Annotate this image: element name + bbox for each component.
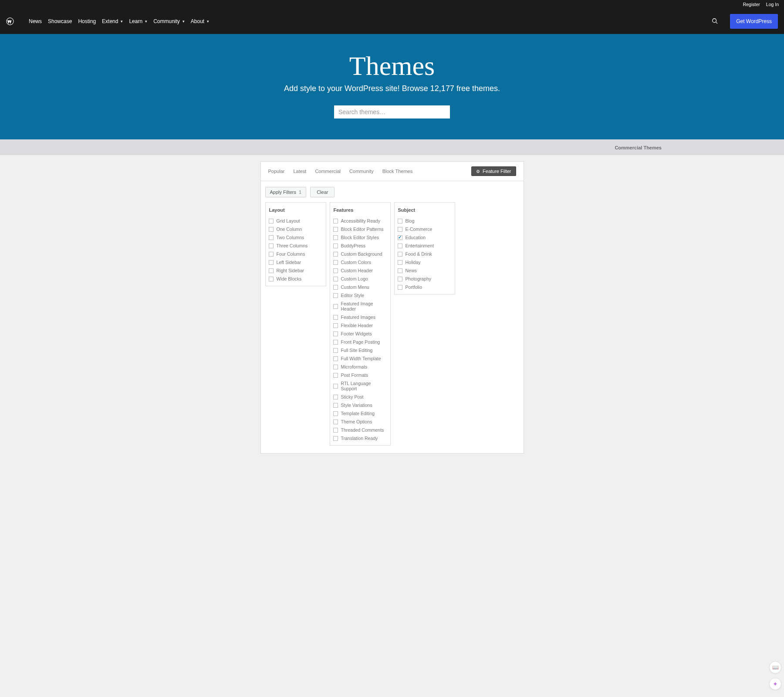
filter-label[interactable]: Block Editor Patterns	[341, 227, 384, 232]
feature-filter-button[interactable]: ⚙ Feature Filter	[471, 166, 516, 176]
filter-item[interactable]: Accessibility Ready	[333, 218, 387, 223]
filter-label[interactable]: Translation Ready	[341, 436, 378, 441]
checkbox[interactable]	[333, 315, 338, 320]
filter-label[interactable]: Editor Style	[341, 293, 365, 298]
tab-commercial[interactable]: Commercial	[315, 169, 341, 174]
checkbox[interactable]	[333, 219, 338, 223]
filter-label[interactable]: Accessibility Ready	[341, 218, 380, 223]
filter-label[interactable]: Custom Header	[341, 268, 373, 273]
checkbox[interactable]	[333, 365, 338, 369]
filter-item[interactable]: Footer Widgets	[333, 331, 387, 336]
filter-label[interactable]: Custom Menu	[341, 284, 369, 290]
filter-item[interactable]: Entertainment	[398, 243, 452, 248]
tab-popular[interactable]: Popular	[268, 169, 285, 174]
checkbox[interactable]	[398, 235, 402, 240]
filter-label[interactable]: Threaded Comments	[341, 427, 384, 433]
filter-label[interactable]: Custom Logo	[341, 276, 368, 281]
filter-item[interactable]: Food & Drink	[398, 251, 452, 257]
filter-item[interactable]: Microformats	[333, 364, 387, 369]
filter-label[interactable]: BuddyPress	[341, 243, 366, 248]
checkbox[interactable]	[269, 268, 274, 273]
checkbox[interactable]	[333, 384, 338, 389]
filter-item[interactable]: Flexible Header	[333, 323, 387, 328]
filter-label[interactable]: Holiday	[406, 260, 421, 265]
filter-item[interactable]: Full Width Template	[333, 356, 387, 361]
clear-button[interactable]: Clear	[310, 187, 335, 197]
filter-label[interactable]: Post Formats	[341, 372, 368, 378]
checkbox[interactable]	[333, 428, 338, 433]
filter-label[interactable]: Full Site Editing	[341, 348, 373, 353]
apply-filters-button[interactable]: Apply Filters 1	[265, 187, 307, 197]
filter-item[interactable]: Block Editor Styles	[333, 235, 387, 240]
filter-label[interactable]: Two Columns	[277, 235, 304, 240]
tab-block-themes[interactable]: Block Themes	[382, 169, 413, 174]
checkbox[interactable]	[333, 227, 338, 232]
filter-item[interactable]: BuddyPress	[333, 243, 387, 248]
filter-item[interactable]: Left Sidebar	[269, 260, 323, 265]
filter-item[interactable]: Template Editing	[333, 411, 387, 416]
filter-item[interactable]: News	[398, 268, 452, 273]
filter-label[interactable]: Grid Layout	[277, 218, 300, 223]
wordpress-logo-icon[interactable]	[6, 17, 14, 25]
filter-label[interactable]: Education	[406, 235, 426, 240]
filter-item[interactable]: Featured Image Header	[333, 301, 387, 311]
checkbox[interactable]	[269, 235, 274, 240]
filter-label[interactable]: Right Sidebar	[277, 268, 304, 273]
checkbox[interactable]	[398, 244, 402, 248]
checkbox[interactable]	[333, 348, 338, 353]
checkbox[interactable]	[333, 395, 338, 399]
checkbox[interactable]	[333, 373, 338, 378]
filter-label[interactable]: Style Variations	[341, 403, 372, 408]
filter-label[interactable]: Featured Images	[341, 315, 375, 320]
nav-about[interactable]: About▾	[191, 18, 209, 24]
filter-label[interactable]: Portfolio	[406, 284, 422, 290]
filter-label[interactable]: Wide Blocks	[277, 276, 302, 281]
filter-item[interactable]: Full Site Editing	[333, 348, 387, 353]
filter-label[interactable]: E-Commerce	[406, 227, 433, 232]
filter-item[interactable]: Right Sidebar	[269, 268, 323, 273]
checkbox[interactable]	[398, 227, 402, 232]
filter-label[interactable]: Footer Widgets	[341, 331, 372, 336]
filter-item[interactable]: Three Columns	[269, 243, 323, 248]
filter-label[interactable]: Three Columns	[277, 243, 308, 248]
filter-label[interactable]: Featured Image Header	[341, 301, 387, 311]
filter-label[interactable]: Entertainment	[406, 243, 434, 248]
checkbox[interactable]	[333, 293, 338, 298]
filter-label[interactable]: RTL Language Support	[341, 381, 387, 391]
filter-item[interactable]: Featured Images	[333, 315, 387, 320]
filter-item[interactable]: Style Variations	[333, 403, 387, 408]
nav-news[interactable]: News	[29, 18, 42, 24]
filter-label[interactable]: Food & Drink	[406, 251, 432, 257]
checkbox[interactable]	[333, 420, 338, 424]
checkbox[interactable]	[333, 403, 338, 408]
filter-item[interactable]: Front Page Posting	[333, 339, 387, 345]
checkbox[interactable]	[269, 227, 274, 232]
register-link[interactable]: Register	[743, 2, 760, 7]
checkbox[interactable]	[333, 244, 338, 248]
filter-label[interactable]: Blog	[406, 218, 415, 223]
checkbox[interactable]	[398, 260, 402, 265]
filter-item[interactable]: Theme Options	[333, 419, 387, 424]
filter-label[interactable]: Left Sidebar	[277, 260, 301, 265]
filter-label[interactable]: Full Width Template	[341, 356, 381, 361]
filter-label[interactable]: Block Editor Styles	[341, 235, 379, 240]
filter-item[interactable]: Four Columns	[269, 251, 323, 257]
filter-label[interactable]: Template Editing	[341, 411, 375, 416]
nav-showcase[interactable]: Showcase	[48, 18, 72, 24]
commercial-themes-link[interactable]: Commercial Themes	[615, 145, 662, 150]
filter-item[interactable]: Photography	[398, 276, 452, 281]
filter-item[interactable]: Editor Style	[333, 293, 387, 298]
filter-item[interactable]: E-Commerce	[398, 227, 452, 232]
checkbox[interactable]	[269, 252, 274, 257]
filter-item[interactable]: Block Editor Patterns	[333, 227, 387, 232]
checkbox[interactable]	[333, 252, 338, 257]
checkbox[interactable]	[398, 219, 402, 223]
checkbox[interactable]	[398, 277, 402, 281]
filter-label[interactable]: Photography	[406, 276, 432, 281]
checkbox[interactable]	[333, 356, 338, 361]
filter-item[interactable]: Wide Blocks	[269, 276, 323, 281]
checkbox[interactable]	[333, 304, 338, 309]
tab-latest[interactable]: Latest	[293, 169, 306, 174]
tab-community[interactable]: Community	[349, 169, 374, 174]
search-input[interactable]	[334, 105, 450, 118]
